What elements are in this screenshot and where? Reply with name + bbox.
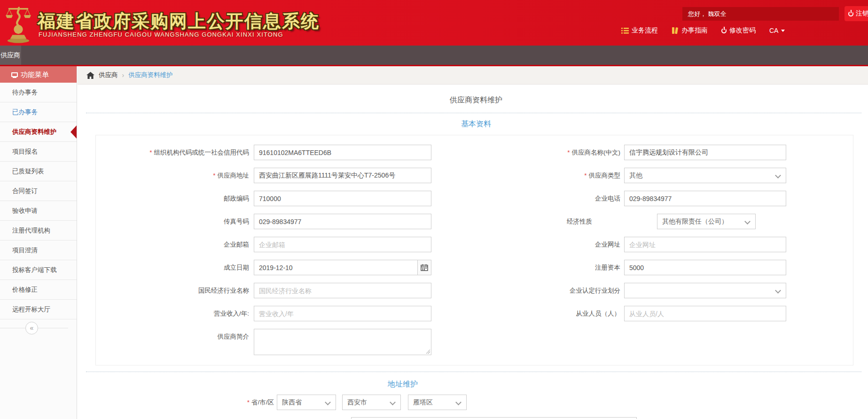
tab-supplier[interactable]: 供应商 <box>0 46 21 65</box>
scales-of-justice-logo <box>5 2 32 44</box>
divider-dotted-bottom <box>86 372 861 372</box>
sidebar-item-todo[interactable]: 待办事务 <box>0 83 77 102</box>
supplier-intro-wrapper <box>254 329 431 355</box>
district-select[interactable]: 雁塔区 <box>408 395 467 410</box>
user-greeting: 您好， 魏双全 <box>682 7 839 21</box>
registered-capital-input[interactable] <box>624 260 786 275</box>
form-row: 企业网址 <box>0 237 868 252</box>
field-label: *省/市/区 <box>188 395 274 410</box>
field-label: *供应商类型 <box>470 168 620 183</box>
breadcrumb-root[interactable]: 供应商 <box>99 71 118 79</box>
power-icon <box>848 11 853 16</box>
nav-ca-dropdown[interactable]: CA <box>769 27 785 34</box>
form-row: 经济性质 其他有限责任（公司） <box>0 214 868 229</box>
power-icon <box>721 28 727 33</box>
nav-service-guide[interactable]: 办事指南 <box>672 26 708 35</box>
breadcrumb: 供应商 › 供应商资料维护 <box>78 66 868 85</box>
sidebar-menu-header: 功能菜单 <box>0 66 77 83</box>
form-row: 注册资本 <box>0 260 868 275</box>
top-navigation: 业务流程 办事指南 修改密码 CA <box>621 24 785 37</box>
supplier-name-input[interactable] <box>624 145 786 160</box>
breadcrumb-current[interactable]: 供应商资料维护 <box>128 71 173 79</box>
form-row: 供应商简介 <box>0 329 868 355</box>
field-label: 企业电话 <box>470 191 620 206</box>
required-marker: * <box>584 172 586 179</box>
employees-count-input[interactable] <box>624 306 786 321</box>
field-label: 经济性质 <box>470 214 592 229</box>
divider-dotted-top <box>86 113 861 113</box>
brand-title: 福建省政府采购网上公开信息系统 <box>38 9 320 33</box>
required-marker: * <box>247 399 250 406</box>
field-label: *供应商名称(中文) <box>470 145 620 160</box>
field-label: 企业认定行业划分 <box>470 283 620 298</box>
form-row: 从业人员（人） <box>0 306 868 321</box>
economic-nature-select[interactable]: 其他有限责任（公司） <box>657 214 756 229</box>
supplier-intro-textarea[interactable] <box>254 329 431 355</box>
breadcrumb-separator: › <box>122 71 125 79</box>
field-label: 注册资本 <box>470 260 620 275</box>
home-icon[interactable] <box>86 72 94 79</box>
form-row: *省/市/区 陕西省 西安市 雁塔区 <box>0 395 868 410</box>
list-icon <box>621 28 629 34</box>
form-row: *供应商名称(中文) <box>0 145 868 160</box>
page-title: 供应商资料维护 <box>77 95 868 105</box>
city-select[interactable]: 西安市 <box>342 395 401 410</box>
monitor-icon <box>11 72 18 77</box>
company-website-input[interactable] <box>624 237 786 252</box>
app-header: 福建省政府采购网上公开信息系统 FUJIANSHENG ZHENGFU CAIG… <box>0 0 868 46</box>
logout-button[interactable]: 注销 <box>845 6 868 21</box>
form-row: 企业认定行业划分 <box>0 283 868 298</box>
company-phone-input[interactable] <box>624 191 786 206</box>
industry-classification-select[interactable] <box>624 283 786 298</box>
brand-subtitle: FUJIANSHENG ZHENGFU CAIGOU WANGSHANG GON… <box>39 31 283 38</box>
section-title-basic: 基本资料 <box>77 119 868 129</box>
province-select[interactable]: 陕西省 <box>277 395 336 410</box>
required-marker: * <box>567 149 570 156</box>
field-label: 企业网址 <box>470 237 620 252</box>
nav-business-process[interactable]: 业务流程 <box>621 26 658 35</box>
module-tab-bar <box>0 46 868 65</box>
chevron-down-icon <box>781 30 785 32</box>
nav-change-password[interactable]: 修改密码 <box>721 26 756 35</box>
form-row: 企业电话 <box>0 191 868 206</box>
field-label: 供应商简介 <box>95 329 249 344</box>
detail-address-input-partial[interactable] <box>351 417 637 419</box>
sidebar-item-supplier-profile[interactable]: 供应商资料维护 <box>0 122 77 142</box>
form-row: *供应商类型 其他 <box>0 168 868 183</box>
section-title-address: 地址维护 <box>77 380 728 389</box>
field-label: 从业人员（人） <box>470 306 620 321</box>
book-icon <box>672 27 679 34</box>
sidebar-item-done[interactable]: 已办事务 <box>0 102 77 122</box>
supplier-type-select[interactable]: 其他 <box>624 168 786 183</box>
